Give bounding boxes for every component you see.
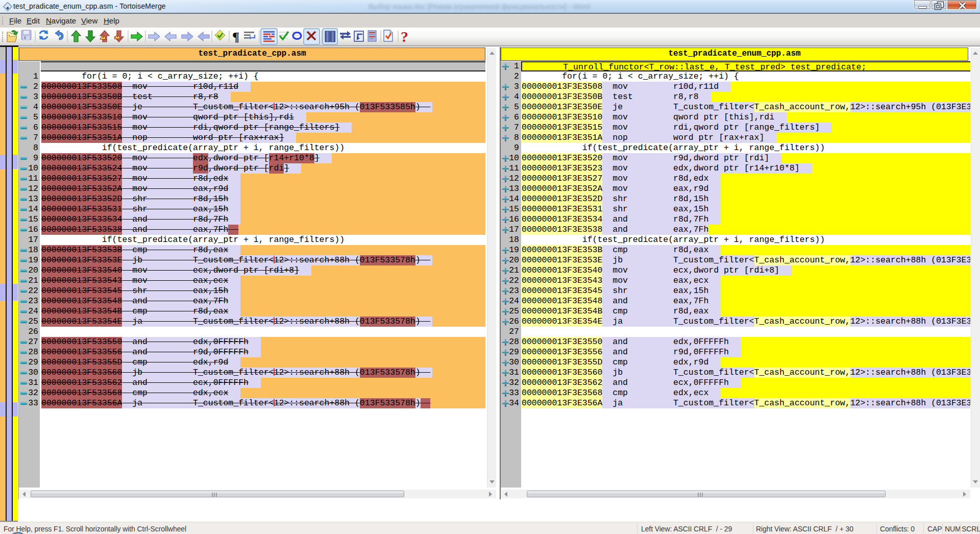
svg-text:?: ? bbox=[401, 28, 408, 45]
svg-text:¶: ¶ bbox=[232, 30, 239, 44]
